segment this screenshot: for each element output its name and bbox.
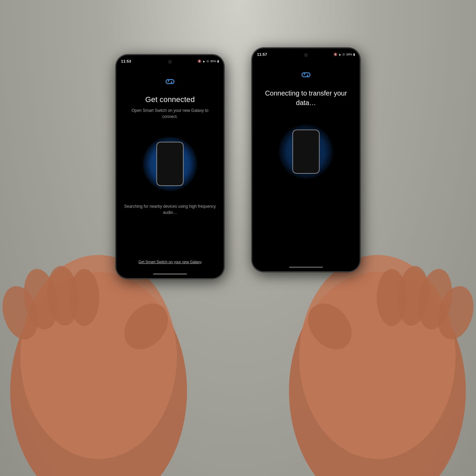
left-get-smart-switch-link[interactable]: Get Smart Switch on your new Galaxy	[138, 260, 202, 264]
right-status-icons: 🔇 ▲ ⊙ 34% ▮	[334, 53, 355, 56]
left-battery-icon: ▮	[217, 60, 219, 63]
right-phone: 11:57 🔇 ▲ ⊙ 34% ▮ Connect	[252, 48, 360, 272]
left-screen-title: Get connected	[145, 95, 195, 104]
right-phone-camera	[304, 53, 308, 57]
right-mini-phone-illustration	[292, 130, 320, 174]
left-home-bar	[153, 273, 187, 275]
right-home-bar	[289, 267, 323, 268]
left-alarm-icon: ⊙	[206, 60, 209, 63]
right-signal-icon: 🔇	[334, 53, 337, 56]
right-wifi-icon: ▲	[338, 53, 341, 56]
left-status-text: Searching for nearby devices using high …	[116, 203, 224, 216]
left-animation-area	[136, 130, 204, 198]
right-battery-icon: ▮	[353, 53, 355, 56]
left-wifi-icon: ▲	[202, 60, 205, 63]
left-signal-icon: 🔇	[198, 60, 201, 63]
right-alarm-icon: ⊙	[342, 53, 345, 56]
right-animation-area	[272, 118, 340, 186]
right-status-time: 11:57	[257, 52, 267, 56]
scene: 11:53 🔇 ▲ ⊙ 35% ▮ Get con	[0, 0, 476, 476]
right-battery: 34%	[346, 53, 352, 56]
left-status-time: 11:53	[121, 59, 131, 63]
right-screen-title: Connecting to transfer your data…	[252, 88, 360, 107]
left-phone-camera	[168, 60, 172, 64]
right-link-icon	[300, 69, 312, 84]
right-screen: Connecting to transfer your data…	[252, 48, 360, 271]
left-screen-subtitle: Open Smart Switch on your new Galaxy to …	[116, 107, 224, 120]
left-link-icon	[164, 75, 176, 90]
left-screen: Get connected Open Smart Switch on your …	[116, 55, 224, 278]
left-status-icons: 🔇 ▲ ⊙ 35% ▮	[198, 60, 219, 63]
left-mini-phone-illustration	[156, 142, 184, 186]
left-bottom-link-container: Get Smart Switch on your new Galaxy	[116, 258, 224, 265]
right-phone-wrapper: 11:57 🔇 ▲ ⊙ 34% ▮ Connect	[252, 48, 360, 272]
left-phone: 11:53 🔇 ▲ ⊙ 35% ▮ Get con	[116, 54, 224, 279]
left-battery: 35%	[210, 60, 216, 63]
left-phone-wrapper: 11:53 🔇 ▲ ⊙ 35% ▮ Get con	[116, 54, 224, 279]
